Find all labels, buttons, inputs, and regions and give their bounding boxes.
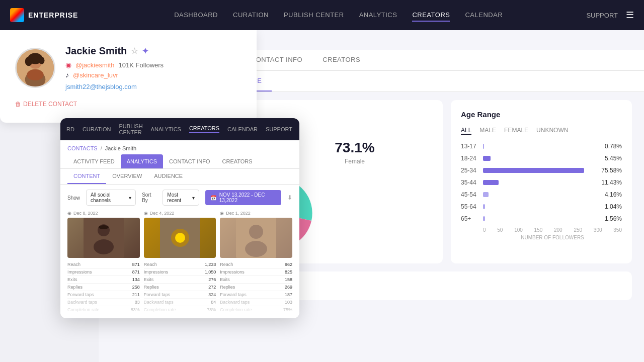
age-axis: 0 50 100 150 200 250 300 350 [461, 227, 622, 233]
social-links: ◉ @jackiesmith 101K Followers ♪ @skincar… [65, 61, 242, 79]
age-row-55-64: 55-64 1.04% [461, 203, 622, 210]
nav-analytics[interactable]: ANALYTICS [359, 9, 397, 22]
age-bar-18-24 [483, 156, 491, 161]
stat-forward-taps-3: Forward taps 187 [220, 291, 292, 299]
age-pct-45-54: 4.16% [597, 191, 622, 198]
gender-female-label: Female [335, 158, 374, 165]
stat-forward-taps-1: Forward taps 211 [67, 291, 140, 299]
stat-completion-rate-1: Completion rate 83% [67, 306, 140, 313]
second-sub-tab-content[interactable]: CONTENT [67, 169, 106, 184]
second-nav-creators[interactable]: CREATORS [189, 125, 219, 133]
age-tab-female[interactable]: FEMALE [504, 127, 528, 135]
content-item-3: ◉ Dec 1, 2022 Reach 962 Impressions 825 [220, 211, 292, 313]
date-range-picker[interactable]: 📅 NOV 13,2022 - DEC 13,2022 [205, 190, 281, 205]
age-label-65plus: 65+ [461, 215, 479, 222]
profile-header: Jackie Smith ☆ ✦ ◉ @jackiesmith 101K Fol… [15, 45, 242, 90]
instagram-icon: ◉ [65, 61, 71, 69]
nav-dashboard[interactable]: DASHBOARD [174, 9, 218, 22]
tiktok-icon: ♪ [65, 71, 69, 79]
svg-point-13 [175, 233, 185, 243]
age-bar-container-45-54 [483, 191, 593, 198]
avatar [15, 48, 55, 88]
nav-publish-center[interactable]: PUBLISH CENTER [284, 9, 344, 22]
age-row-18-24: 18-24 5.45% [461, 155, 622, 162]
nav-support[interactable]: SUPPORT [586, 12, 618, 19]
age-bar-65plus [483, 216, 485, 221]
second-nav-analytics[interactable]: ANALYTICS [151, 126, 181, 132]
instagram-followers: 101K Followers [119, 61, 164, 69]
svg-point-6 [39, 57, 44, 64]
svg-point-16 [245, 241, 267, 257]
content-item-1: ◉ Dec 8, 2022 Reach 871 Impressions [67, 211, 140, 313]
sort-filter-label: Sort By [142, 192, 156, 203]
age-range-tabs: ALL MALE FEMALE UNKNOWN [461, 127, 622, 135]
second-sub-tab-overview[interactable]: OVERVIEW [106, 169, 148, 184]
age-range-panel: Age Range ALL MALE FEMALE UNKNOWN 13-17 … [451, 100, 632, 263]
second-tab-analytics[interactable]: ANALYTICS [121, 154, 163, 168]
tiktok-link[interactable]: ♪ @skincare_luvr [65, 71, 242, 79]
gender-female-pct: 73.1% [335, 140, 374, 156]
stat-exits-3: Exits 158 [220, 276, 292, 284]
second-nav-support: SUPPORT [266, 126, 292, 132]
profile-info: Jackie Smith ☆ ✦ ◉ @jackiesmith 101K Fol… [65, 45, 242, 90]
show-filter-label: Show [67, 195, 80, 201]
nav-calendar[interactable]: CALENDAR [465, 9, 503, 22]
content-date-2: ◉ Dec 4, 2022 [144, 211, 216, 216]
age-label-13-17: 13-17 [461, 143, 479, 150]
second-sub-tab-audience[interactable]: AUDIENCE [148, 169, 189, 184]
nav-right: SUPPORT ☰ [576, 10, 644, 21]
show-filter-select[interactable]: All social channels ▾ [86, 190, 136, 206]
age-label-35-44: 35-44 [461, 179, 479, 186]
second-tab-activity[interactable]: ACTIVITY FEED [67, 154, 121, 168]
second-tab-contact-info[interactable]: CONTACT INFO [163, 154, 216, 168]
second-tab-creators[interactable]: CREATORS [216, 154, 259, 168]
stat-backward-taps-1: Backward taps 83 [67, 299, 140, 306]
second-nav-rd[interactable]: RD [66, 126, 74, 132]
content-stats-3: Reach 962 Impressions 825 Exits 158 Repl… [220, 261, 292, 313]
content-date-1: ◉ Dec 8, 2022 [67, 211, 140, 216]
stat-completion-rate-2: Completion rate 78% [144, 306, 216, 313]
content-grid: ◉ Dec 8, 2022 Reach 871 Impressions [60, 211, 299, 318]
age-pct-18-24: 5.45% [597, 155, 622, 162]
download-icon[interactable]: ⬇ [287, 194, 292, 201]
second-nav-publish[interactable]: PUBLISH CENTER [119, 123, 143, 135]
hamburger-icon[interactable]: ☰ [626, 10, 634, 21]
tab-creators[interactable]: CREATORS [312, 50, 370, 70]
verified-icon: ✦ [142, 46, 148, 56]
age-row-65plus: 65+ 1.56% [461, 215, 622, 222]
age-pct-65plus: 1.56% [597, 215, 622, 222]
content-date-3: ◉ Dec 1, 2022 [220, 211, 292, 216]
sort-filter-select[interactable]: Most recent ▾ [163, 190, 199, 206]
profile-email[interactable]: jsmith22@thejsblog.com [65, 83, 242, 90]
age-tab-unknown[interactable]: UNKNOWN [536, 127, 568, 135]
profile-name: Jackie Smith ☆ ✦ [65, 45, 242, 57]
nav-creators[interactable]: CREATORS [412, 9, 450, 22]
second-filters: Show All social channels ▾ Sort By Most … [60, 185, 299, 211]
second-nav-calendar[interactable]: CALENDAR [227, 126, 258, 132]
stat-replies-1: Replies 258 [67, 284, 140, 291]
instagram-link[interactable]: ◉ @jackiesmith 101K Followers [65, 61, 242, 69]
age-bar-13-17 [483, 144, 484, 149]
stat-impressions-1: Impressions 871 [67, 268, 140, 276]
stat-exits-2: Exits 276 [144, 276, 216, 284]
svg-point-5 [25, 57, 33, 66]
content-item-2: ◉ Dec 4, 2022 Reach 1,233 Impressions 1,… [144, 211, 216, 313]
second-nav-curation[interactable]: CURATION [83, 126, 111, 132]
age-bar-container-25-34 [483, 167, 593, 174]
second-breadcrumb-sep: / [101, 145, 102, 151]
age-axis-label: NUMBER OF FOLLOWERS [461, 235, 622, 240]
stat-reach-3: Reach 962 [220, 261, 292, 268]
stat-forward-taps-2: Forward taps 324 [144, 291, 216, 299]
age-bar-container-18-24 [483, 155, 593, 162]
stat-reach-2: Reach 1,233 [144, 261, 216, 268]
second-breadcrumb-contacts[interactable]: CONTACTS [67, 145, 98, 151]
age-pct-25-34: 75.58% [597, 167, 622, 174]
second-window-overlay: RD CURATION PUBLISH CENTER ANALYTICS CRE… [60, 118, 299, 318]
age-bar-container-55-64 [483, 203, 593, 210]
age-pct-55-64: 1.04% [597, 203, 622, 210]
instagram-small-icon: ◉ [67, 211, 71, 216]
delete-contact-button[interactable]: 🗑 DELETE CONTACT [15, 101, 242, 108]
age-tab-male[interactable]: MALE [479, 127, 496, 135]
age-tab-all[interactable]: ALL [461, 127, 471, 135]
nav-curation[interactable]: CURATION [233, 9, 269, 22]
